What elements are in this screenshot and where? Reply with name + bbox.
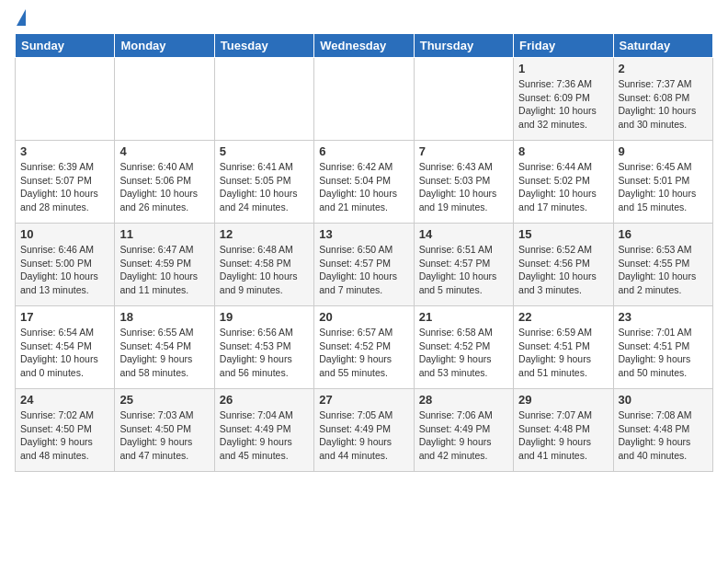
day-number: 11 [119,227,209,241]
day-number: 29 [518,393,608,407]
calendar-cell: 10Sunrise: 6:46 AM Sunset: 5:00 PM Dayli… [16,224,115,306]
calendar-week-row: 3Sunrise: 6:39 AM Sunset: 5:07 PM Daylig… [16,141,713,224]
day-number: 19 [220,310,309,324]
day-info: Sunrise: 6:54 AM Sunset: 4:54 PM Dayligh… [20,326,109,380]
day-number: 13 [319,227,408,241]
logo-triangle-icon [17,9,26,26]
day-number: 27 [319,393,408,407]
calendar-cell: 25Sunrise: 7:03 AM Sunset: 4:50 PM Dayli… [115,389,214,472]
calendar-weekday-header: Tuesday [214,34,313,58]
day-info: Sunrise: 7:05 AM Sunset: 4:49 PM Dayligh… [319,408,408,463]
calendar-weekday-header: Thursday [414,34,513,58]
calendar-cell [314,58,414,141]
day-info: Sunrise: 6:56 AM Sunset: 4:53 PM Dayligh… [220,326,309,380]
day-info: Sunrise: 6:48 AM Sunset: 4:58 PM Dayligh… [220,243,309,297]
day-info: Sunrise: 6:44 AM Sunset: 5:02 PM Dayligh… [518,160,608,214]
calendar-cell: 5Sunrise: 6:41 AM Sunset: 5:05 PM Daylig… [214,141,313,224]
page: SundayMondayTuesdayWednesdayThursdayFrid… [0,0,728,487]
day-info: Sunrise: 7:03 AM Sunset: 4:50 PM Dayligh… [119,408,209,463]
day-info: Sunrise: 7:06 AM Sunset: 4:49 PM Dayligh… [419,408,508,463]
day-info: Sunrise: 6:59 AM Sunset: 4:51 PM Dayligh… [518,326,608,380]
day-number: 6 [319,144,408,158]
calendar-cell: 26Sunrise: 7:04 AM Sunset: 4:49 PM Dayli… [214,389,313,472]
calendar-cell: 19Sunrise: 6:56 AM Sunset: 4:53 PM Dayli… [214,306,313,389]
day-number: 20 [319,310,408,324]
day-info: Sunrise: 6:52 AM Sunset: 4:56 PM Dayligh… [518,243,608,297]
day-number: 3 [20,144,109,158]
day-info: Sunrise: 6:47 AM Sunset: 4:59 PM Dayligh… [119,243,209,297]
calendar-cell: 22Sunrise: 6:59 AM Sunset: 4:51 PM Dayli… [514,306,613,389]
day-number: 7 [419,144,508,158]
day-number: 24 [20,393,109,407]
day-info: Sunrise: 6:40 AM Sunset: 5:06 PM Dayligh… [119,160,209,214]
calendar: SundayMondayTuesdayWednesdayThursdayFrid… [15,33,713,472]
calendar-cell: 21Sunrise: 6:58 AM Sunset: 4:52 PM Dayli… [414,306,513,389]
day-info: Sunrise: 6:39 AM Sunset: 5:07 PM Dayligh… [20,160,109,214]
calendar-cell: 14Sunrise: 6:51 AM Sunset: 4:57 PM Dayli… [414,224,513,306]
day-info: Sunrise: 6:42 AM Sunset: 5:04 PM Dayligh… [319,160,408,214]
calendar-week-row: 10Sunrise: 6:46 AM Sunset: 5:00 PM Dayli… [16,224,713,306]
day-number: 23 [619,310,708,324]
calendar-cell: 28Sunrise: 7:06 AM Sunset: 4:49 PM Dayli… [414,389,513,472]
day-number: 9 [619,144,708,158]
day-number: 16 [619,227,708,241]
calendar-cell: 9Sunrise: 6:45 AM Sunset: 5:01 PM Daylig… [613,141,712,224]
calendar-cell: 20Sunrise: 6:57 AM Sunset: 4:52 PM Dayli… [314,306,414,389]
day-info: Sunrise: 6:43 AM Sunset: 5:03 PM Dayligh… [419,160,508,214]
calendar-cell: 16Sunrise: 6:53 AM Sunset: 4:55 PM Dayli… [613,224,712,306]
calendar-weekday-header: Monday [115,34,214,58]
calendar-cell: 18Sunrise: 6:55 AM Sunset: 4:54 PM Dayli… [115,306,214,389]
calendar-weekday-header: Saturday [613,34,712,58]
calendar-cell: 7Sunrise: 6:43 AM Sunset: 5:03 PM Daylig… [414,141,513,224]
calendar-cell: 17Sunrise: 6:54 AM Sunset: 4:54 PM Dayli… [16,306,115,389]
day-number: 17 [20,310,109,324]
calendar-cell: 6Sunrise: 6:42 AM Sunset: 5:04 PM Daylig… [314,141,414,224]
day-number: 4 [119,144,209,158]
calendar-cell: 2Sunrise: 7:37 AM Sunset: 6:08 PM Daylig… [613,58,712,141]
day-number: 18 [119,310,209,324]
day-number: 2 [619,62,708,75]
day-info: Sunrise: 6:50 AM Sunset: 4:57 PM Dayligh… [319,243,408,297]
calendar-cell [414,58,513,141]
calendar-cell: 27Sunrise: 7:05 AM Sunset: 4:49 PM Dayli… [314,389,414,472]
calendar-week-row: 17Sunrise: 6:54 AM Sunset: 4:54 PM Dayli… [16,306,713,389]
day-info: Sunrise: 7:04 AM Sunset: 4:49 PM Dayligh… [220,408,309,463]
logo-text [15,9,26,26]
day-info: Sunrise: 7:36 AM Sunset: 6:09 PM Dayligh… [518,77,608,132]
day-info: Sunrise: 7:02 AM Sunset: 4:50 PM Dayligh… [20,408,109,463]
calendar-header-row: SundayMondayTuesdayWednesdayThursdayFrid… [16,34,713,58]
day-number: 1 [518,62,608,75]
day-info: Sunrise: 6:41 AM Sunset: 5:05 PM Dayligh… [220,160,309,214]
day-info: Sunrise: 6:53 AM Sunset: 4:55 PM Dayligh… [619,243,708,297]
day-info: Sunrise: 6:45 AM Sunset: 5:01 PM Dayligh… [619,160,708,214]
calendar-cell: 13Sunrise: 6:50 AM Sunset: 4:57 PM Dayli… [314,224,414,306]
calendar-cell: 8Sunrise: 6:44 AM Sunset: 5:02 PM Daylig… [514,141,613,224]
calendar-cell: 29Sunrise: 7:07 AM Sunset: 4:48 PM Dayli… [514,389,613,472]
day-info: Sunrise: 6:46 AM Sunset: 5:00 PM Dayligh… [20,243,109,297]
day-info: Sunrise: 6:55 AM Sunset: 4:54 PM Dayligh… [119,326,209,380]
day-info: Sunrise: 7:07 AM Sunset: 4:48 PM Dayligh… [518,408,608,463]
day-number: 25 [119,393,209,407]
day-number: 10 [20,227,109,241]
calendar-cell: 3Sunrise: 6:39 AM Sunset: 5:07 PM Daylig… [16,141,115,224]
header [15,9,713,26]
day-info: Sunrise: 6:58 AM Sunset: 4:52 PM Dayligh… [419,326,508,380]
calendar-cell [16,58,115,141]
day-info: Sunrise: 7:01 AM Sunset: 4:51 PM Dayligh… [619,326,708,380]
calendar-cell: 12Sunrise: 6:48 AM Sunset: 4:58 PM Dayli… [214,224,313,306]
day-info: Sunrise: 7:37 AM Sunset: 6:08 PM Dayligh… [619,77,708,132]
calendar-cell: 15Sunrise: 6:52 AM Sunset: 4:56 PM Dayli… [514,224,613,306]
day-number: 5 [220,144,309,158]
day-number: 22 [518,310,608,324]
calendar-cell: 30Sunrise: 7:08 AM Sunset: 4:48 PM Dayli… [613,389,712,472]
calendar-cell: 23Sunrise: 7:01 AM Sunset: 4:51 PM Dayli… [613,306,712,389]
calendar-weekday-header: Friday [514,34,613,58]
calendar-cell [115,58,214,141]
calendar-weekday-header: Sunday [16,34,115,58]
calendar-cell [214,58,313,141]
day-number: 21 [419,310,508,324]
day-number: 12 [220,227,309,241]
calendar-week-row: 24Sunrise: 7:02 AM Sunset: 4:50 PM Dayli… [16,389,713,472]
day-info: Sunrise: 7:08 AM Sunset: 4:48 PM Dayligh… [619,408,708,463]
day-number: 14 [419,227,508,241]
